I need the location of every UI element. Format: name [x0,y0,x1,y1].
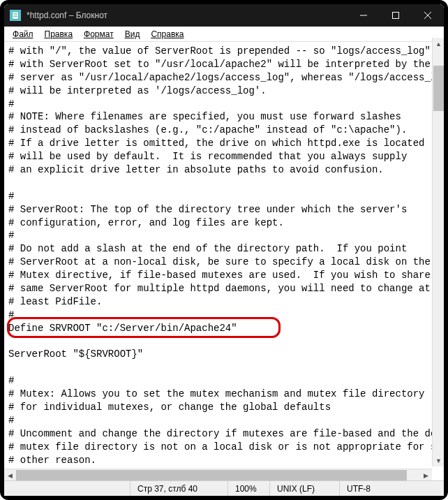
maximize-button[interactable] [380,4,412,27]
horizontal-scrollbar[interactable]: ◀ ▶ [4,469,432,480]
status-encoding: UTF-8 [339,481,444,496]
status-line-ending: UNIX (LF) [269,481,339,496]
statusbar: Стр 37, стлб 40 100% UNIX (LF) UTF-8 [4,480,444,496]
notepad-icon [10,10,21,21]
scroll-left-arrow-icon[interactable]: ◀ [4,469,16,481]
close-button[interactable] [412,4,444,27]
menubar: Файл Правка Формат Вид Справка [4,27,444,42]
horizontal-scroll-thumb[interactable] [16,470,407,480]
svg-rect-5 [393,13,399,19]
menu-format[interactable]: Формат [78,28,119,41]
titlebar: *httpd.conf – Блокнот [4,4,444,27]
menu-view[interactable]: Вид [119,28,146,41]
minimize-button[interactable] [348,4,380,27]
status-position: Стр 37, стлб 40 [130,481,227,496]
scroll-right-arrow-icon[interactable]: ▶ [420,469,432,481]
text-editor-area[interactable]: # with "/", the value of ServerRoot is p… [4,42,444,471]
highlight-annotation [7,317,281,338]
menu-help[interactable]: Справка [145,28,189,41]
scroll-up-arrow-icon[interactable]: ▲ [433,38,445,50]
status-zoom[interactable]: 100% [227,481,269,496]
window-controls [348,4,444,27]
menu-edit[interactable]: Правка [39,28,79,41]
window-title: *httpd.conf – Блокнот [27,10,348,20]
menu-file[interactable]: Файл [7,28,39,41]
vertical-scroll-thumb[interactable] [433,66,444,111]
svg-rect-0 [13,12,19,20]
scroll-down-arrow-icon[interactable]: ▼ [433,455,445,466]
vertical-scrollbar[interactable]: ▲ ▼ [432,38,444,466]
